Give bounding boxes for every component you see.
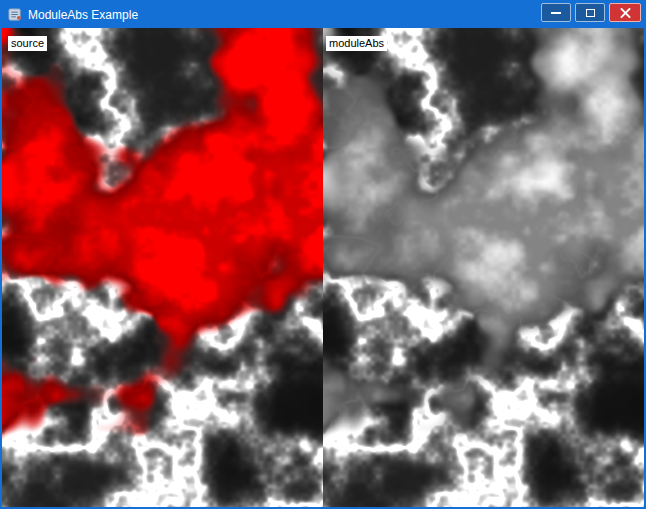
- window-controls: [541, 3, 644, 22]
- close-button[interactable]: [609, 3, 641, 22]
- maximize-button[interactable]: [575, 3, 605, 22]
- titlebar[interactable]: ModuleAbs Example: [2, 0, 644, 28]
- panel-moduleabs: moduleAbs: [323, 28, 644, 507]
- minimize-button[interactable]: [541, 3, 571, 22]
- close-icon: [620, 7, 631, 18]
- app-icon: [7, 6, 23, 22]
- window-title: ModuleAbs Example: [28, 7, 138, 22]
- render-area: source moduleAbs: [2, 28, 644, 507]
- source-label: source: [8, 36, 47, 51]
- maximize-icon: [586, 9, 595, 17]
- moduleabs-label: moduleAbs: [326, 36, 387, 51]
- panel-source: source: [2, 28, 323, 507]
- source-image: [2, 28, 323, 507]
- app-window: ModuleAbs Example source moduleAbs: [0, 0, 646, 509]
- minimize-icon: [551, 12, 561, 14]
- moduleabs-image: [323, 28, 644, 507]
